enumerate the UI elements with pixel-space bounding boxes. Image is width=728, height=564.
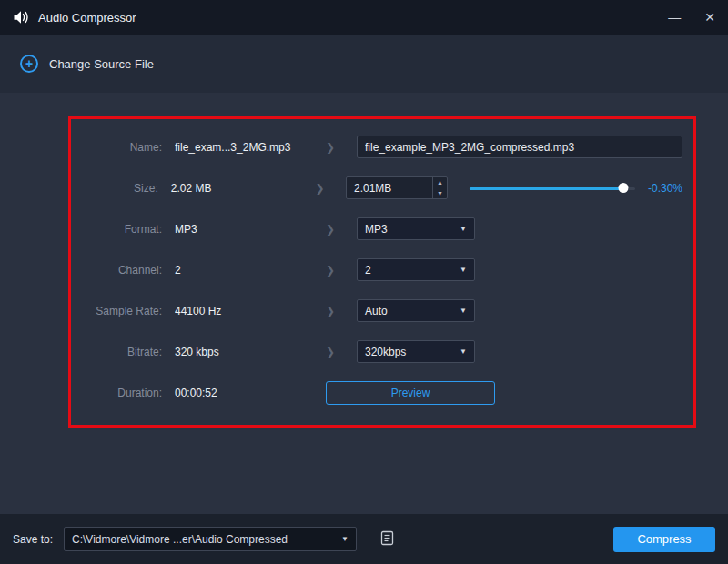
spinner-up-icon[interactable]: ▲: [433, 177, 447, 188]
row-format: Format: MP3 ❯ MP3 ▼: [71, 208, 693, 249]
bitrate-label: Bitrate:: [71, 346, 162, 358]
sample-rate-select[interactable]: Auto ▼: [357, 299, 475, 322]
chevron-right-icon: ❯: [318, 264, 342, 277]
chevron-right-icon: ❯: [318, 141, 342, 154]
bitrate-source-value: 320 kbps: [175, 346, 318, 358]
chevron-right-icon: ❯: [318, 223, 342, 236]
size-label: Size:: [71, 182, 158, 195]
row-name: Name: file_exam...3_2MG.mp3 ❯: [71, 126, 693, 167]
footer-bar: Save to: C:\Vidmore\Vidmore ...er\Audio …: [0, 514, 728, 564]
size-spinner-value: 2.01MB: [347, 177, 432, 198]
minimize-button[interactable]: —: [668, 11, 681, 24]
chevron-right-icon: ❯: [318, 305, 342, 317]
save-path-caret-icon[interactable]: ▼: [334, 528, 356, 550]
name-source-value: file_exam...3_2MG.mp3: [175, 141, 318, 154]
channel-label: Channel:: [71, 264, 162, 277]
row-duration: Duration: 00:00:52 Preview: [71, 372, 693, 413]
save-path-combobox[interactable]: C:\Vidmore\Vidmore ...er\Audio Compresse…: [64, 527, 357, 551]
folder-icon: [379, 530, 396, 549]
format-select[interactable]: MP3 ▼: [357, 217, 475, 240]
change-source-file-label: Change Source File: [49, 57, 154, 71]
size-slider-handle[interactable]: [619, 183, 629, 193]
spinner-down-icon[interactable]: ▼: [433, 188, 447, 199]
caret-down-icon: ▼: [460, 307, 467, 315]
chevron-right-icon: ❯: [318, 346, 342, 358]
window-title: Audio Compressor: [38, 11, 136, 25]
format-select-value: MP3: [365, 223, 388, 236]
size-slider[interactable]: [470, 183, 635, 194]
duration-source-value: 00:00:52: [175, 387, 318, 399]
speaker-icon: [13, 10, 29, 25]
caret-down-icon: ▼: [460, 266, 467, 274]
preview-button[interactable]: Preview: [326, 381, 495, 405]
size-source-value: 2.02 MB: [171, 182, 308, 195]
caret-down-icon: ▼: [460, 347, 467, 356]
row-sample-rate: Sample Rate: 44100 Hz ❯ Auto ▼: [71, 290, 693, 331]
size-slider-fill: [470, 187, 623, 190]
caret-down-icon: ▼: [460, 225, 467, 233]
size-spinner[interactable]: 2.01MB ▲ ▼: [346, 176, 448, 199]
row-bitrate: Bitrate: 320 kbps ❯ 320kbps ▼: [71, 331, 693, 372]
channel-select[interactable]: 2 ▼: [357, 258, 475, 281]
format-label: Format:: [71, 223, 162, 236]
row-channel: Channel: 2 ❯ 2 ▼: [71, 249, 693, 290]
sample-rate-source-value: 44100 Hz: [175, 305, 318, 317]
channel-select-value: 2: [365, 264, 371, 277]
change-source-file-button[interactable]: + Change Source File: [20, 55, 154, 73]
duration-label: Duration:: [71, 387, 162, 399]
toolbar: + Change Source File: [0, 35, 728, 93]
close-button[interactable]: ✕: [704, 11, 715, 24]
titlebar: Audio Compressor — ✕: [0, 0, 728, 35]
row-size: Size: 2.02 MB ❯ 2.01MB ▲ ▼ -0.30%: [71, 167, 693, 208]
save-to-label: Save to:: [13, 533, 53, 546]
bitrate-select[interactable]: 320kbps ▼: [357, 340, 475, 363]
compress-button[interactable]: Compress: [613, 527, 715, 552]
sample-rate-select-value: Auto: [365, 305, 388, 317]
plus-circle-icon: +: [20, 55, 38, 73]
highlight-rectangle: Name: file_exam...3_2MG.mp3 ❯ Size: 2.02…: [68, 116, 696, 428]
chevron-right-icon: ❯: [308, 182, 331, 195]
compression-ratio-label: -0.30%: [648, 182, 682, 195]
browse-folder-button[interactable]: [373, 528, 400, 551]
channel-source-value: 2: [175, 264, 318, 277]
sample-rate-label: Sample Rate:: [71, 305, 162, 317]
save-path-value: C:\Vidmore\Vidmore ...er\Audio Compresse…: [72, 533, 334, 546]
name-label: Name:: [71, 141, 162, 154]
bitrate-select-value: 320kbps: [365, 346, 406, 358]
main-area: Name: file_exam...3_2MG.mp3 ❯ Size: 2.02…: [0, 93, 728, 514]
output-name-input[interactable]: [357, 136, 682, 158]
format-source-value: MP3: [175, 223, 318, 236]
